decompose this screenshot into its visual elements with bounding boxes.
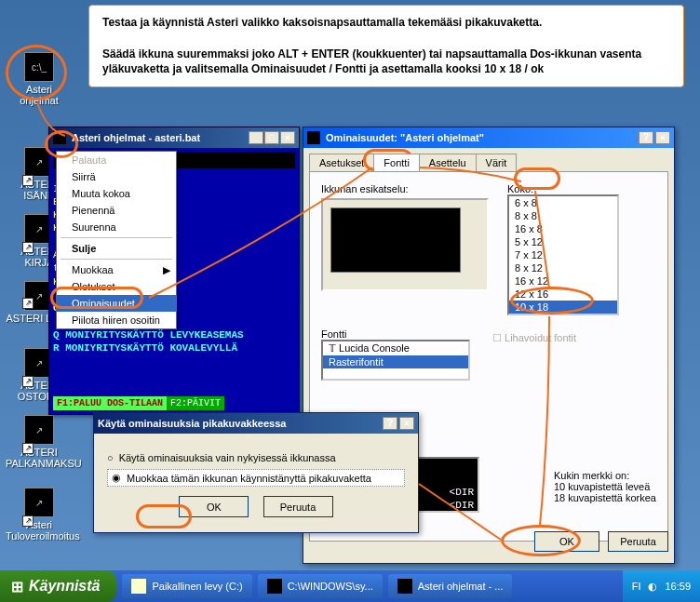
truetype-icon: 𝕋 bbox=[329, 342, 336, 354]
apply-properties-dialog[interactable]: Käytä ominaisuuksia pikakuvakkeessa ? × … bbox=[93, 412, 419, 533]
size-option-selected[interactable]: 10 x 18 bbox=[509, 301, 617, 314]
radio-modify-shortcut[interactable]: ◉ Muokkaa tämän ikkunan käynnistänyttä p… bbox=[107, 469, 405, 487]
radio-icon: ○ bbox=[107, 452, 114, 463]
menu-edit[interactable]: Muokkaa▶ bbox=[57, 261, 176, 278]
taskbar-item-cmd[interactable]: C:\WINDOWS\sy... bbox=[258, 574, 383, 598]
font-option[interactable]: 𝕋 Lucida Console bbox=[323, 341, 468, 355]
clock[interactable]: 16:59 bbox=[665, 581, 691, 592]
start-button[interactable]: Käynnistä bbox=[0, 570, 116, 602]
maximize-button[interactable]: □ bbox=[264, 131, 279, 144]
menu-hide-pointer[interactable]: Piilota hiiren osoitin bbox=[57, 312, 176, 328]
tab-font[interactable]: Fontti bbox=[373, 154, 420, 171]
radio-current-window[interactable]: ○ Käytä ominaisuuksia vain nykyisessä ik… bbox=[107, 452, 405, 463]
instruction-callout: Testaa ja käynnistä Asteri valikko kakso… bbox=[88, 5, 684, 87]
properties-titlebar[interactable]: Ominaisuudet: "Asteri ohjelmat" ? × bbox=[303, 127, 674, 148]
tab-colors[interactable]: Värit bbox=[476, 154, 518, 171]
desktop-shortcut-tulovero[interactable]: ↗Asteri Tuloveroilmoitus bbox=[6, 488, 73, 542]
modal-ok-button[interactable]: OK bbox=[179, 496, 249, 517]
menu-defaults[interactable]: Oletukset bbox=[57, 278, 176, 295]
tab-layout[interactable]: Asettelu bbox=[419, 154, 477, 171]
chevron-right-icon: ▶ bbox=[163, 264, 170, 276]
minimize-button[interactable]: _ bbox=[249, 131, 263, 144]
menu-move[interactable]: Siirrä bbox=[57, 168, 176, 185]
char-size-info: Kukin merkki on: 10 kuvapistettä leveä 1… bbox=[554, 470, 656, 503]
properties-cancel-button[interactable]: Peruuta bbox=[608, 531, 668, 552]
properties-ok-button[interactable]: OK bbox=[534, 531, 599, 552]
sysmenu-context-menu[interactable]: Palauta Siirrä Muuta kokoa Pienennä Suur… bbox=[56, 151, 177, 329]
size-listbox[interactable]: 6 x 8 8 x 8 16 x 8 5 x 12 7 x 12 8 x 12 … bbox=[507, 194, 619, 315]
menu-size[interactable]: Muuta kokoa bbox=[57, 185, 176, 202]
size-option[interactable]: 5 x 12 bbox=[509, 235, 617, 248]
modal-cancel-button[interactable]: Peruuta bbox=[263, 496, 333, 517]
icon-label: Asteri ohjelmat bbox=[6, 84, 73, 106]
tray-icon[interactable]: ◐ bbox=[648, 581, 657, 593]
console-icon bbox=[397, 579, 412, 594]
size-option[interactable]: 8 x 8 bbox=[509, 209, 617, 222]
properties-tabs: Asetukset Fontti Asettelu Värit bbox=[309, 154, 668, 171]
taskbar: Käynnistä Paikallinen levy (C:) C:\WINDO… bbox=[0, 570, 700, 602]
console-sysmenu-icon[interactable] bbox=[53, 131, 66, 144]
size-option[interactable]: 6 x 8 bbox=[509, 196, 617, 209]
close-button[interactable]: × bbox=[655, 131, 670, 144]
close-button[interactable]: × bbox=[399, 417, 414, 430]
desktop-shortcut-asteri-ohjelmat[interactable]: c:\_ Asteri ohjelmat bbox=[6, 52, 73, 106]
taskbar-item-asteri[interactable]: Asteri ohjelmat - ... bbox=[388, 574, 513, 598]
bold-fonts-checkbox: ☐ Lihavoidut fontit bbox=[492, 332, 576, 381]
menu-properties[interactable]: Ominaisuudet bbox=[57, 295, 176, 312]
font-listbox[interactable]: 𝕋 Lucida Console Rasterifontit bbox=[321, 340, 470, 381]
menu-maximize[interactable]: Suurenna bbox=[57, 219, 176, 235]
font-option-selected[interactable]: Rasterifontit bbox=[323, 355, 468, 368]
size-option[interactable]: 16 x 8 bbox=[509, 222, 617, 235]
dialog-icon bbox=[307, 131, 320, 144]
taskbar-item-explorer[interactable]: Paikallinen levy (C:) bbox=[122, 574, 251, 598]
language-indicator[interactable]: FI bbox=[632, 581, 641, 592]
window-preview bbox=[321, 198, 489, 291]
radio-icon: ◉ bbox=[112, 472, 121, 484]
size-option[interactable]: 16 x 12 bbox=[509, 274, 617, 288]
size-option[interactable]: 12 x 16 bbox=[509, 288, 617, 301]
modal-titlebar[interactable]: Käytä ominaisuuksia pikakuvakkeessa ? × bbox=[94, 413, 418, 434]
folder-icon bbox=[131, 579, 146, 594]
size-option[interactable]: 7 x 12 bbox=[509, 248, 617, 261]
menu-minimize[interactable]: Pienennä bbox=[57, 202, 176, 219]
tab-options[interactable]: Asetukset bbox=[309, 154, 374, 171]
system-tray[interactable]: FI ◐ 16:59 bbox=[623, 570, 700, 602]
console-titlebar[interactable]: Asteri ohjelmat - asteri.bat _ □ × bbox=[49, 127, 299, 148]
size-option[interactable]: 8 x 12 bbox=[509, 261, 617, 274]
menu-restore: Palauta bbox=[57, 152, 176, 168]
menu-close[interactable]: Sulje bbox=[57, 240, 176, 257]
desktop-shortcut-palkanmaksu[interactable]: ↗ASTERI PALKANMAKSU bbox=[6, 415, 73, 469]
help-button[interactable]: ? bbox=[383, 417, 397, 430]
close-button[interactable]: × bbox=[280, 131, 295, 144]
help-button[interactable]: ? bbox=[639, 131, 653, 144]
console-icon bbox=[267, 579, 282, 594]
